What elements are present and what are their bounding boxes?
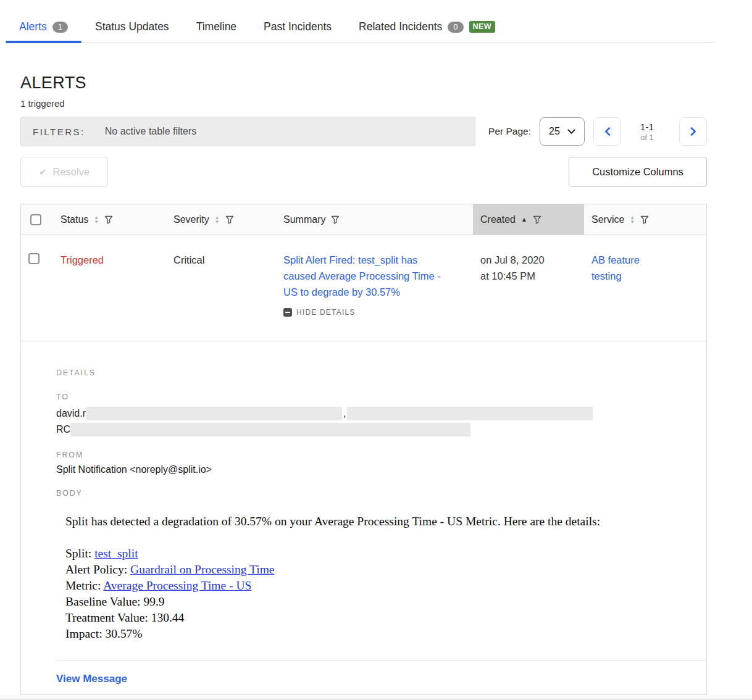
tab-past-incidents-label: Past Incidents bbox=[264, 20, 332, 33]
redaction-box bbox=[70, 423, 470, 436]
service-link[interactable]: AB feature testing bbox=[591, 254, 640, 281]
header-service[interactable]: Service ▲▼ bbox=[584, 204, 706, 235]
sort-ascending-icon[interactable]: ▲ bbox=[521, 217, 527, 223]
alert-summary-link[interactable]: Split Alert Fired: test_split has caused… bbox=[283, 252, 452, 300]
hide-details-label: HIDE DETAILS bbox=[296, 304, 356, 320]
page-range: 1-1 of 1 bbox=[627, 122, 667, 142]
prev-page-button[interactable] bbox=[593, 117, 621, 146]
tab-related-incidents-label: Related Incidents bbox=[359, 20, 442, 33]
row-checkbox[interactable] bbox=[28, 253, 40, 264]
email-fields: Split: test_split Alert Policy: Guardrai… bbox=[65, 546, 701, 642]
chevron-left-icon bbox=[604, 127, 611, 136]
tab-past-incidents[interactable]: Past Incidents bbox=[250, 17, 345, 42]
pagination: Per Page: 25 1-1 of 1 bbox=[488, 117, 707, 146]
incident-tabbar: Alerts 1 Status Updates Timeline Past In… bbox=[6, 17, 714, 43]
select-all-checkbox[interactable] bbox=[30, 214, 41, 225]
alert-policy-link[interactable]: Guardrail on Processing Time bbox=[130, 563, 274, 576]
next-page-button[interactable] bbox=[679, 117, 707, 146]
filter-icon[interactable] bbox=[533, 215, 541, 224]
filters-status-text: No active table filters bbox=[105, 126, 197, 137]
page-range-value: 1-1 bbox=[627, 122, 667, 133]
tab-timeline[interactable]: Timeline bbox=[183, 17, 250, 42]
table-header-row: Status ▲▼ Severity ▲▼ Summary Created ▲ … bbox=[21, 204, 706, 235]
filter-icon[interactable] bbox=[640, 215, 649, 224]
status-badge: Triggered bbox=[61, 254, 104, 265]
sort-icon[interactable]: ▲▼ bbox=[215, 215, 220, 224]
sort-icon[interactable]: ▲▼ bbox=[630, 215, 635, 224]
metric-link[interactable]: Average Processing Time - US bbox=[103, 579, 251, 592]
controls-row: FILTERS: No active table filters Per Pag… bbox=[20, 117, 707, 146]
row-summary-cell: Split Alert Fired: test_split has caused… bbox=[276, 235, 473, 341]
tab-timeline-label: Timeline bbox=[196, 20, 236, 33]
collapse-icon bbox=[283, 308, 292, 317]
per-page-label: Per Page: bbox=[488, 126, 531, 137]
row-severity-cell: Critical bbox=[166, 235, 276, 341]
details-section-label: DETAILS bbox=[56, 369, 706, 377]
tab-related-incidents[interactable]: Related Incidents 0 NEW bbox=[345, 17, 509, 42]
chevron-right-icon bbox=[690, 127, 696, 136]
row-status-cell: Triggered bbox=[53, 235, 166, 341]
filters-label: FILTERS: bbox=[33, 127, 85, 137]
email-body: Split has detected a degradation of 30.5… bbox=[65, 514, 701, 642]
view-message-link[interactable]: View Message bbox=[56, 673, 127, 685]
header-severity-label: Severity bbox=[173, 214, 209, 225]
email-field-baseline: Baseline Value: 99.9 bbox=[65, 594, 701, 610]
filter-icon[interactable] bbox=[225, 215, 234, 224]
triggered-count: 1 triggered bbox=[20, 98, 707, 109]
details-divider bbox=[56, 660, 706, 661]
baseline-value: 99.9 bbox=[143, 595, 164, 608]
header-created-label: Created bbox=[480, 214, 516, 225]
hide-details-toggle[interactable]: HIDE DETAILS bbox=[283, 304, 452, 320]
tab-alerts-label: Alerts bbox=[19, 20, 47, 33]
to-recipient-prefix: david.r bbox=[56, 408, 86, 419]
severity-value: Critical bbox=[173, 254, 204, 265]
row-checkbox-cell bbox=[21, 235, 53, 341]
check-icon: ✔ bbox=[39, 167, 47, 178]
chevron-down-icon bbox=[567, 129, 575, 135]
row-service-cell: AB feature testing bbox=[584, 235, 706, 341]
related-incidents-count-badge: 0 bbox=[448, 22, 463, 33]
tab-alerts[interactable]: Alerts 1 bbox=[6, 17, 81, 42]
to-recipients-line-2: RC bbox=[56, 422, 706, 437]
treatment-value: 130.44 bbox=[151, 611, 185, 624]
header-summary-label: Summary bbox=[283, 214, 325, 225]
created-date: on Jul 8, 2020 bbox=[480, 252, 584, 268]
tab-status-updates[interactable]: Status Updates bbox=[81, 17, 183, 42]
per-page-select[interactable]: 25 bbox=[540, 117, 585, 146]
new-feature-badge: NEW bbox=[469, 21, 495, 33]
header-service-label: Service bbox=[591, 214, 624, 225]
alert-table-row: Triggered Critical Split Alert Fired: te… bbox=[21, 235, 706, 341]
to-recipient-prefix: RC bbox=[56, 424, 70, 435]
body-label: BODY bbox=[56, 489, 706, 498]
header-checkbox-cell bbox=[21, 204, 53, 235]
email-field-impact: Impact: 30.57% bbox=[65, 626, 701, 642]
filters-bar[interactable]: FILTERS: No active table filters bbox=[20, 117, 475, 146]
split-link[interactable]: test_split bbox=[94, 547, 138, 560]
customize-columns-button[interactable]: Customize Columns bbox=[569, 157, 707, 187]
alert-details-panel: DETAILS TO david.r , RC FROM Split Notif… bbox=[21, 341, 706, 694]
customize-columns-label: Customize Columns bbox=[592, 166, 683, 178]
email-field-alert-policy: Alert Policy: Guardrail on Processing Ti… bbox=[65, 562, 701, 578]
row-created-cell: on Jul 8, 2020 at 10:45 PM bbox=[473, 235, 584, 341]
header-status-label: Status bbox=[61, 214, 88, 225]
from-label: FROM bbox=[56, 451, 706, 459]
resolve-button[interactable]: ✔ Resolve bbox=[20, 157, 108, 187]
email-field-metric: Metric: Average Processing Time - US bbox=[65, 578, 701, 594]
recipient-separator: , bbox=[343, 408, 346, 419]
header-status[interactable]: Status ▲▼ bbox=[53, 204, 166, 235]
filter-icon[interactable] bbox=[104, 215, 113, 224]
redaction-box bbox=[86, 407, 342, 420]
header-created[interactable]: Created ▲ bbox=[473, 204, 584, 235]
filter-icon[interactable] bbox=[331, 215, 340, 224]
actions-row: ✔ Resolve Customize Columns bbox=[20, 157, 707, 187]
email-field-split: Split: test_split bbox=[65, 546, 701, 562]
tab-status-updates-label: Status Updates bbox=[95, 20, 169, 33]
header-summary[interactable]: Summary bbox=[276, 204, 473, 235]
from-value: Split Notification <noreply@split.io> bbox=[56, 464, 706, 475]
to-label: TO bbox=[56, 393, 706, 401]
to-recipients-line-1: david.r , bbox=[56, 406, 706, 421]
sort-icon[interactable]: ▲▼ bbox=[94, 215, 99, 224]
alerts-table: Status ▲▼ Severity ▲▼ Summary Created ▲ … bbox=[20, 204, 707, 695]
header-severity[interactable]: Severity ▲▼ bbox=[166, 204, 276, 235]
email-intro: Split has detected a degradation of 30.5… bbox=[65, 514, 701, 530]
